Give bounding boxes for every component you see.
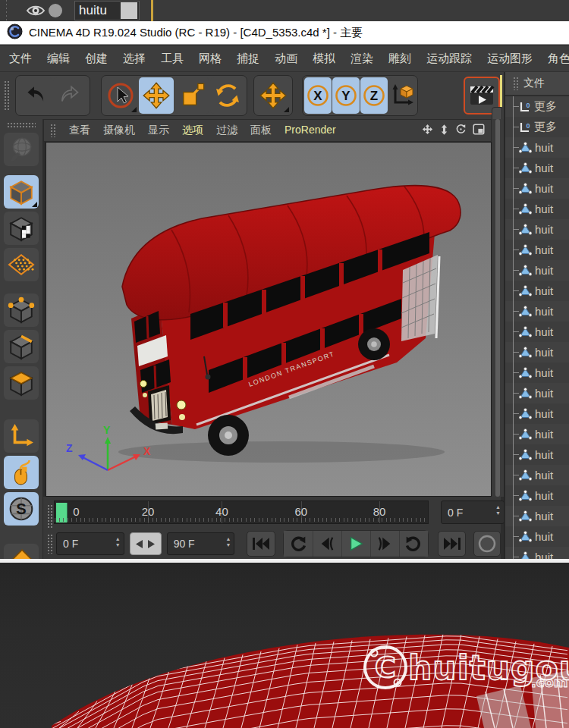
menu-item[interactable]: 选择 <box>123 52 146 66</box>
lock-z-button[interactable]: Z <box>360 77 388 114</box>
goto-start-button[interactable] <box>247 531 275 557</box>
rotate-tool-button[interactable] <box>210 77 245 114</box>
make-editable-button[interactable] <box>4 133 39 166</box>
timeline-playhead[interactable] <box>56 503 68 522</box>
previous-frame-button[interactable] <box>313 531 341 557</box>
object-list-item[interactable]: huit <box>505 424 569 444</box>
start-frame-field[interactable]: 0 F ▲▼ <box>56 532 124 555</box>
object-list-item[interactable]: huit <box>505 260 569 281</box>
end-frame-field[interactable]: 90 F ▲▼ <box>167 532 235 555</box>
toggle-panel-icon[interactable] <box>473 124 485 137</box>
viewport-menu-item[interactable]: 选项 <box>182 124 203 137</box>
object-list-item[interactable]: huit <box>505 199 569 219</box>
live-selection-button[interactable] <box>103 77 138 114</box>
workplane-mode-button[interactable] <box>4 248 39 281</box>
end-frame-spinner[interactable]: ▲▼ <box>225 536 231 548</box>
timeline-ruler[interactable]: 020406080 <box>54 500 429 524</box>
object-list-item[interactable]: huit <box>505 342 569 362</box>
object-list-item[interactable]: huit <box>505 403 569 424</box>
texture-mode-button[interactable] <box>4 212 39 245</box>
scale-tool-button[interactable] <box>174 77 209 114</box>
object-list-item[interactable]: huit <box>505 322 569 342</box>
object-list-item[interactable]: huit <box>505 362 569 383</box>
last-used-tool-button[interactable] <box>256 77 291 114</box>
object-list-item[interactable]: huit <box>505 301 569 322</box>
menu-item[interactable]: 动画 <box>275 52 297 66</box>
goto-end-button[interactable] <box>438 531 466 557</box>
object-list-item[interactable]: huit <box>505 137 569 158</box>
object-list-item[interactable]: huit <box>505 526 569 547</box>
palette-grip[interactable] <box>7 122 36 128</box>
menu-item[interactable]: 创建 <box>85 52 108 66</box>
viewport-menu-grip[interactable] <box>50 124 56 137</box>
frame-step-buttons[interactable] <box>130 532 162 555</box>
menu-item[interactable]: 模拟 <box>313 52 335 66</box>
next-frame-button[interactable] <box>370 531 399 557</box>
pan-view-icon[interactable] <box>422 124 433 137</box>
record-button[interactable] <box>473 531 501 557</box>
menu-item[interactable]: 编辑 <box>47 52 70 66</box>
state-dot-icon[interactable] <box>49 4 62 17</box>
previous-key-button[interactable] <box>284 531 313 557</box>
viewport-menu-item[interactable]: ProRender <box>284 124 336 137</box>
edges-mode-button[interactable] <box>4 330 39 363</box>
object-list-item[interactable]: huit <box>505 444 569 465</box>
object-list-item[interactable]: huit <box>505 465 569 485</box>
3d-viewport[interactable]: LONDON TRANSPORT <box>46 142 492 497</box>
start-frame-spinner[interactable]: ▲▼ <box>115 536 121 548</box>
object-list-item[interactable]: huit <box>505 178 569 199</box>
menu-item[interactable]: 角色 <box>548 52 569 66</box>
object-list-item[interactable]: 0更多 <box>505 96 569 117</box>
object-manager-file-menu[interactable]: 文件 <box>523 77 545 90</box>
step-back-icon[interactable] <box>136 540 143 548</box>
object-list-item[interactable]: huit <box>505 240 569 260</box>
object-list-item[interactable]: 0更多 <box>505 117 569 137</box>
coordinate-system-button[interactable] <box>388 77 416 114</box>
object-list-item[interactable]: huit <box>505 485 569 506</box>
snap-mode-button[interactable]: S <box>4 492 39 526</box>
rotate-view-icon[interactable] <box>455 124 467 137</box>
menu-item[interactable]: 渲染 <box>351 52 373 66</box>
transport-grip[interactable] <box>47 534 53 554</box>
move-tool-button[interactable] <box>139 77 174 114</box>
viewport-menu-item[interactable]: 过滤 <box>216 124 237 137</box>
menu-item[interactable]: 网格 <box>199 52 222 66</box>
next-key-button[interactable] <box>399 531 428 557</box>
viewport-menu-item[interactable]: 摄像机 <box>103 124 135 137</box>
object-rename-input[interactable]: huitu <box>74 1 140 20</box>
object-list-item[interactable]: huit <box>505 547 569 559</box>
menu-item[interactable]: 捕捉 <box>237 52 259 66</box>
menu-item[interactable]: 运动跟踪 <box>426 52 472 66</box>
step-forward-icon[interactable] <box>148 540 155 548</box>
frame-spinner[interactable]: ▲▼ <box>495 504 501 516</box>
magnet-mode-button[interactable] <box>4 544 39 559</box>
play-button[interactable] <box>341 531 370 557</box>
viewport-menu-item[interactable]: 显示 <box>148 124 169 137</box>
object-list-item[interactable]: huit <box>505 281 569 301</box>
menu-item[interactable]: 文件 <box>9 52 32 66</box>
lock-y-button[interactable]: Y <box>332 77 360 114</box>
object-manager-grip[interactable] <box>513 77 519 90</box>
zoom-view-icon[interactable] <box>439 124 449 138</box>
toolbar-grip[interactable] <box>4 80 11 111</box>
polygons-mode-button[interactable] <box>4 366 39 400</box>
axis-mode-button[interactable] <box>4 419 39 453</box>
object-list-item[interactable]: huit <box>505 383 569 403</box>
object-list-item[interactable]: huit <box>505 219 569 240</box>
viewport-menu-item[interactable]: 面板 <box>250 124 272 137</box>
object-list-item[interactable]: huit <box>505 158 569 178</box>
lock-x-button[interactable]: X <box>304 77 332 114</box>
viewport-nav-mode-button[interactable] <box>4 456 39 489</box>
redo-button[interactable] <box>53 77 88 114</box>
scrollbar-thumb[interactable] <box>495 119 500 497</box>
menu-item[interactable]: 雕刻 <box>388 52 411 66</box>
menu-item[interactable]: 运动图形 <box>487 52 533 66</box>
object-list-item[interactable]: huit <box>505 506 569 526</box>
vertical-scrollbar[interactable] <box>492 119 504 497</box>
menu-item[interactable]: 工具 <box>161 52 184 66</box>
model-mode-button[interactable] <box>4 175 39 209</box>
viewport-menu-item[interactable]: 查看 <box>69 124 90 137</box>
visibility-eye-icon[interactable] <box>26 3 46 21</box>
points-mode-button[interactable] <box>4 293 39 327</box>
current-frame-field[interactable]: 0 F ▲▼ <box>441 500 505 524</box>
